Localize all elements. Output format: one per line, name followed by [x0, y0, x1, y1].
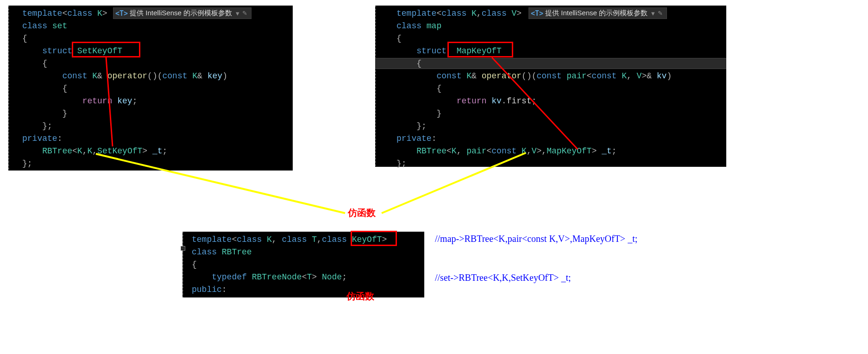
code-token: [396, 146, 416, 156]
code-token: <: [302, 272, 307, 282]
hint-tag: <T>: [531, 9, 543, 18]
code-token: K: [97, 9, 102, 18]
code-line: };: [396, 120, 723, 133]
code-line: const K& operator()(const K& key): [22, 70, 290, 82]
code-token: K: [92, 71, 97, 81]
code-token: RBTree: [416, 146, 447, 156]
chevron-down-icon[interactable]: ▾: [236, 9, 239, 18]
code-token: RBTree: [42, 146, 72, 156]
code-token: T: [312, 235, 317, 244]
code-line: public:: [192, 284, 421, 296]
code-line: {: [22, 82, 290, 95]
code-token: T: [307, 272, 312, 282]
code-line: class map: [396, 20, 723, 32]
intellisense-hint-right[interactable]: <T> 提供 IntelliSense 的示例模板参数 ▾ ✎: [528, 7, 667, 19]
code-token: const: [162, 71, 192, 81]
code-token: private: [396, 134, 432, 143]
code-token: <: [447, 146, 452, 156]
code-line: };: [22, 158, 290, 170]
code-token: return: [457, 96, 492, 106]
code-token: ()(: [147, 71, 162, 81]
code-line: RBTree<K, pair<const K,V>,MapKeyOfT> _t;: [396, 145, 723, 158]
code-token: [22, 46, 42, 56]
code-token: >: [102, 9, 107, 18]
code-token: >: [591, 146, 602, 156]
code-token: const: [591, 71, 622, 81]
code-token: operator: [107, 71, 147, 81]
code-token: <: [486, 146, 491, 156]
code-token: ;: [132, 96, 138, 106]
pencil-icon[interactable]: ✎: [242, 10, 247, 17]
code-token: MapKeyOfT: [547, 146, 591, 156]
code-token: Node: [322, 272, 342, 282]
code-token: key: [117, 96, 132, 106]
code-token: ;: [532, 96, 537, 106]
code-line: {: [22, 32, 290, 45]
code-token: RBTreeNode: [252, 272, 302, 282]
code-token: :: [57, 134, 63, 143]
code-token: typedef: [212, 272, 252, 282]
code-token: key: [208, 71, 222, 81]
code-token: ,: [272, 235, 282, 244]
code-token: _t: [152, 146, 163, 156]
code-token: V: [511, 9, 516, 18]
code-token: class: [237, 235, 267, 244]
code-token: ,: [527, 146, 532, 156]
code-token: template: [192, 235, 232, 244]
code-line: private:: [396, 133, 723, 145]
code-token: const: [62, 71, 92, 81]
code-token: private: [22, 134, 57, 143]
code-token: {: [22, 34, 27, 43]
code-token: };: [22, 159, 32, 168]
code-line: {: [396, 82, 723, 95]
code-line: const K& operator()(const pair<const K, …: [396, 70, 723, 82]
code-token: K: [267, 235, 272, 244]
code-token: {: [396, 59, 421, 68]
code-token: class: [282, 235, 312, 244]
code-line: template<class K, class T,class KeyOfT>: [192, 234, 421, 246]
map-code-editor[interactable]: template<class K,class V>class map{ stru…: [375, 6, 726, 167]
code-token: class: [67, 9, 97, 18]
code-token: {: [396, 84, 441, 93]
chevron-down-icon[interactable]: ▾: [651, 9, 655, 18]
code-token: ;: [163, 146, 168, 156]
set-code-editor[interactable]: template<class K>class set{ struct SetKe…: [8, 6, 293, 171]
code-token: V: [637, 71, 642, 81]
code-line: struct MapKeyOfT: [396, 45, 723, 57]
code-line: typedef RBTreeNode<T> Node;: [192, 271, 421, 284]
code-token: :: [432, 134, 437, 143]
code-token: set: [52, 21, 67, 31]
fold-minus-icon[interactable]: -: [181, 246, 185, 251]
code-token: RBTree: [222, 247, 252, 257]
code-token: >: [516, 9, 522, 18]
pencil-icon[interactable]: ✎: [658, 10, 663, 17]
code-token: K: [87, 146, 92, 156]
code-token: .: [502, 96, 507, 106]
code-token: }: [22, 109, 67, 118]
intellisense-hint-left[interactable]: <T> 提供 IntelliSense 的示例模板参数 ▾ ✎: [113, 7, 252, 19]
code-token: {: [396, 34, 402, 43]
code-token: ;: [342, 272, 347, 282]
code-token: };: [396, 121, 427, 131]
code-token: &: [97, 71, 107, 81]
code-token: <: [587, 71, 592, 81]
code-token: :: [222, 285, 227, 294]
code-token: ,: [627, 71, 637, 81]
hint-text: 提供 IntelliSense 的示例模板参数: [130, 9, 232, 18]
code-token: MapKeyOfT: [457, 46, 502, 56]
code-token: &: [472, 71, 482, 81]
code-line: class set: [22, 20, 290, 32]
code-line: private:: [22, 133, 290, 145]
hint-text: 提供 IntelliSense 的示例模板参数: [545, 9, 648, 18]
code-token: K: [522, 146, 527, 156]
code-token: <: [72, 146, 77, 156]
code-token: &: [197, 71, 208, 81]
functor-label-top: 仿函数: [348, 207, 376, 219]
code-token: return: [82, 96, 118, 106]
code-token: }: [396, 109, 441, 118]
code-token: pair: [566, 71, 586, 81]
code-token: >: [382, 235, 387, 244]
rbtree-code-editor[interactable]: - template<class K, class T,class KeyOfT…: [182, 232, 424, 297]
code-line: RBTree<K,K,SetKeyOfT> _t;: [22, 145, 290, 158]
code-token: class: [192, 247, 222, 257]
